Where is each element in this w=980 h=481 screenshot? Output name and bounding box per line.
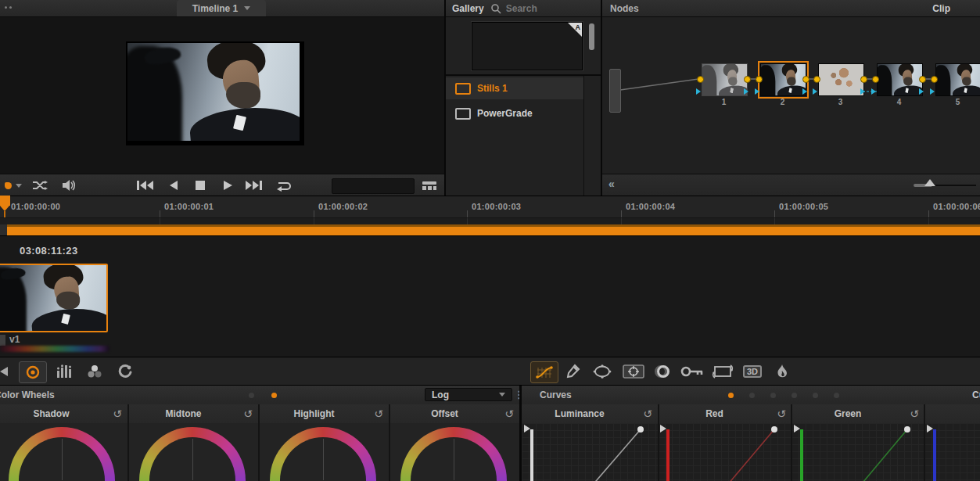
qualifier-button[interactable] [562,361,583,382]
curves-page-dot-5[interactable] [813,393,818,398]
luminance-reset-button[interactable] [637,407,658,420]
timecode-input[interactable] [332,178,415,194]
color-wheels-button[interactable] [19,361,47,383]
node-graph[interactable]: 1 2 3 4 5 [602,16,980,174]
curves-page-dot-4[interactable] [792,393,797,398]
node-1-rgb-in[interactable] [697,76,704,83]
timeline-clip-thumbnail[interactable] [0,264,108,332]
gallery-scrollbar-thumb[interactable] [589,23,594,50]
mute-button[interactable] [58,174,80,196]
node-4-rgb-out[interactable] [919,76,926,83]
goto-first-frame-button[interactable] [133,174,156,196]
midtone-reset-button[interactable] [238,407,258,420]
node-4-key-out[interactable] [919,88,924,95]
offset-reset-button[interactable] [499,407,519,420]
openfx-button[interactable] [771,361,793,382]
node-3-key-out[interactable] [860,88,865,95]
green-edge-bar[interactable] [800,429,803,481]
node-5-thumb [936,64,980,96]
node-4-thumb [878,64,923,96]
shadow-reset-button[interactable] [107,407,127,420]
node-2-selected[interactable] [760,63,806,96]
luminance-softclip-marker[interactable] [524,425,530,433]
node-3[interactable] [818,63,864,96]
playhead-marker[interactable] [0,196,10,206]
node-3-rgb-out[interactable] [860,76,867,83]
wheels-page-dot-2[interactable] [271,393,277,398]
primaries-bars-button[interactable] [53,361,77,382]
nodes-mode-selector[interactable]: Clip [932,3,950,14]
curves-panel-header: Curves [522,386,980,405]
green-reset-button[interactable] [904,407,924,420]
red-curve[interactable] [658,423,792,481]
green-curve[interactable] [792,423,924,481]
node-2-rgb-out[interactable] [802,76,809,83]
clip-color-spectrum-strip [0,346,109,352]
timeline-selector[interactable]: Timeline 1 [177,0,266,16]
curves-page-dot-1[interactable] [728,393,734,398]
node-1-key-out[interactable] [744,88,748,95]
video-still [127,43,300,141]
green-softclip-marker[interactable] [794,425,800,433]
gallery-album-stills[interactable]: Stills 1 [446,77,583,99]
curves-page-dot-2[interactable] [749,393,755,398]
timeline-view-button[interactable] [419,174,440,196]
step-back-button[interactable] [163,174,183,196]
curves-page-dot-6[interactable] [834,393,839,398]
power-window-button[interactable] [590,361,615,382]
highlight-reset-button[interactable] [368,407,389,420]
node-1-key-in[interactable] [696,88,701,95]
node-5-rgb-in[interactable] [931,76,938,83]
node-5-key-in[interactable] [930,88,935,95]
gallery-search-input[interactable] [504,2,580,15]
stop-button[interactable] [189,174,211,196]
timeline-ruler[interactable]: 01:00:00:00 01:00:00:01 01:00:00:02 01:0… [0,196,980,217]
curves-tool-button[interactable] [530,361,558,383]
blue-softclip-marker[interactable] [927,425,933,433]
curves-page-dot-3[interactable] [770,393,776,398]
luminance-curve[interactable] [522,423,658,481]
node-5[interactable] [935,63,980,96]
collapse-panel-button[interactable]: « [608,178,615,190]
loop-button[interactable] [272,174,294,196]
rgb-mixer-button[interactable] [83,361,106,382]
goto-last-frame-button[interactable] [242,174,266,196]
red-edge-bar[interactable] [666,429,669,481]
blur-button[interactable] [651,361,674,382]
red-reset-button[interactable] [771,407,792,420]
grade-menu-button[interactable] [2,174,25,196]
motion-effects-button[interactable] [113,361,136,382]
luminance-curve-plot [522,423,658,481]
node-zoom-slider-thumb[interactable] [924,179,935,186]
3d-button[interactable]: 3D [740,361,765,382]
curves-mode-dropdown[interactable]: Custom [966,388,980,401]
node-1[interactable] [702,63,748,96]
node-4-rgb-in[interactable] [872,76,879,83]
key-button[interactable] [679,361,705,382]
node-3-rgb-in[interactable] [813,76,820,83]
node-1-rgb-out[interactable] [744,76,751,83]
camera-raw-button[interactable] [0,361,11,382]
midtone-column-header: Midtone [129,404,258,424]
node-2-key-in[interactable] [755,88,759,95]
node-source-input[interactable] [609,69,621,113]
red-softclip-marker[interactable] [660,425,666,433]
blue-edge-bar[interactable] [933,429,936,481]
play-button[interactable] [217,174,238,196]
node-3-key-in[interactable] [813,88,817,95]
node-2-rgb-in[interactable] [756,76,763,83]
wheels-mode-dropdown[interactable]: Log [425,388,512,401]
timeline-clip-strip[interactable] [7,224,980,235]
gallery-still-thumbnail[interactable]: A [472,22,583,70]
node-4[interactable] [877,63,923,96]
tracker-button[interactable] [621,361,646,382]
node-2-key-out[interactable] [802,88,807,95]
wheels-page-dot-1[interactable] [249,393,254,398]
node-4-key-in[interactable] [871,88,876,95]
luminance-edge-bar[interactable] [530,429,533,481]
powergrade-album-icon [455,108,471,120]
sizing-button[interactable] [710,361,737,382]
rgb-mixer-icon [87,364,102,379]
unmix-button[interactable] [30,174,50,196]
gallery-album-powergrade[interactable]: PowerGrade [446,102,583,124]
